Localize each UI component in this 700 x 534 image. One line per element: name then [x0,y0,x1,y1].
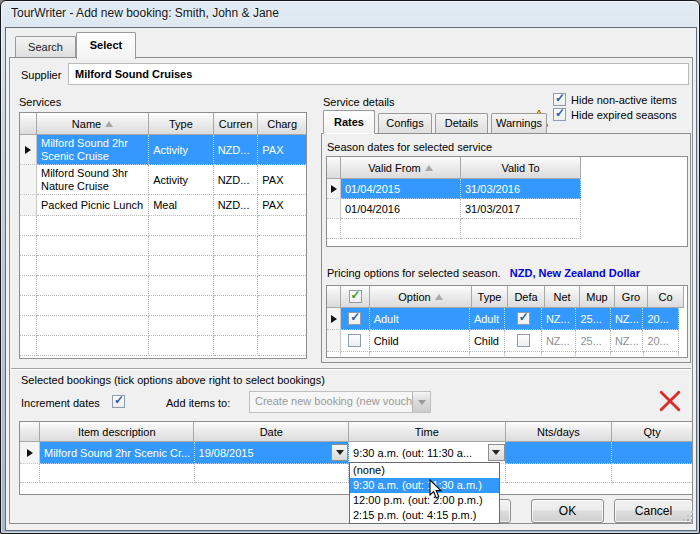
type-col-label: Type [478,291,502,303]
current-row-arrow-icon [27,449,33,457]
current-row-arrow-icon [331,185,337,193]
delete-booking-icon[interactable] [659,390,681,412]
child-select-checkbox[interactable] [348,334,361,347]
date-col-label: Date [260,426,283,438]
adult-select-checkbox[interactable] [348,312,361,325]
mup-cell: 25... [576,308,611,330]
ok-button[interactable]: OK [531,499,604,523]
time-option-930[interactable]: 9:30 a.m. (out: 11:30 a.m.) [350,478,499,493]
tab-search[interactable]: Search [15,36,76,58]
hide-non-active-checkbox[interactable] [553,93,566,106]
mup-col-label: Mup [586,291,607,303]
season-row-2015[interactable]: 01/04/2015 31/03/2016 [327,179,687,199]
pricing-col-default[interactable]: Defa [508,286,545,308]
empty-row [20,316,306,336]
booking-date-cell[interactable]: 19/08/2015 [195,442,350,464]
bookings-col-qty[interactable]: Qty [612,422,692,442]
empty-row [327,352,687,358]
service-type-cell: Activity [149,165,214,195]
section-divider [11,368,691,370]
valid-to-cell: 31/03/2017 [461,199,581,219]
time-option-1200[interactable]: 12:00 p.m. (out: 2:00 p.m.) [350,493,499,508]
booking-nts-cell [506,442,613,464]
time-dropdown-button[interactable] [488,444,505,461]
pricing-currency-text: NZD, New Zealand Dollar [510,267,640,279]
row-selector [327,199,341,219]
adult-default-checkbox[interactable] [517,312,530,325]
time-option-none[interactable]: (none) [350,463,499,478]
tab-warnings[interactable]: Warnings [491,113,547,134]
pricing-col-co[interactable]: Co [648,286,684,308]
row-selector [20,442,40,464]
window-title: TourWriter - Add new booking: Smith, Joh… [11,6,279,20]
service-row-picnic-lunch[interactable]: Packed Picnic Lunch Meal NZD... PAX [20,195,306,216]
valid-to-label: Valid To [501,162,539,174]
services-corner-header [20,113,37,135]
pricing-col-select-all[interactable] [341,286,370,308]
resize-grip[interactable] [683,511,695,523]
sort-asc-icon [435,294,443,300]
service-currency-cell: NZD... [214,135,259,165]
services-col-type[interactable]: Type [149,113,214,135]
services-col-name[interactable]: Name [37,113,149,135]
services-col-currency-label: Curren [219,118,253,130]
tab-details[interactable]: Details [435,113,488,134]
service-charge-cell: PAX [258,195,306,216]
booking-time-cell[interactable]: 9:30 a.m. (out: 11:30 a... [349,442,506,464]
tab-select[interactable]: Select [76,32,136,59]
pricing-row-child[interactable]: Child Child NZ... 25... NZ... 20... [327,330,687,352]
add-items-to-combobox[interactable]: Create new booking (new voucher) [249,391,431,413]
pricing-col-option[interactable]: Option [370,286,472,308]
valid-from-cell: 01/04/2015 [341,179,461,199]
combo-dropdown-button[interactable] [412,392,430,412]
pricing-corner-header [327,286,341,308]
services-col-charge[interactable]: Charg [258,113,306,135]
row-selector [327,179,341,199]
bookings-col-item[interactable]: Item description [40,422,195,442]
gro-col-label: Gro [622,291,640,303]
services-col-currency[interactable]: Curren [214,113,259,135]
pricing-row-adult[interactable]: Adult Adult NZ... 25... NZ... 20... [327,308,687,330]
row-selector [327,330,341,352]
valid-from-cell: 01/04/2016 [341,199,461,219]
hide-expired-checkbox[interactable] [553,108,566,121]
type-cell: Adult [470,308,506,330]
row-selector [20,195,37,216]
option-cell: Child [370,330,470,352]
service-row-scenic-cruise[interactable]: Milford Sound 2hr Scenic Cruise Activity… [20,135,306,165]
time-option-215[interactable]: 2:15 p.m. (out: 4:15 p.m.) [350,508,499,523]
season-dates-grid: Valid From Valid To 01/04/2015 31/03/201… [326,156,688,247]
service-row-nature-cruise[interactable]: Milford Sound 3hr Nature Cruise Activity… [20,165,306,195]
hide-non-active-label: Hide non-active items [571,94,677,106]
net-cell: NZ... [542,308,577,330]
current-row-arrow-icon [331,315,337,323]
add-items-to-label: Add items to: [166,397,230,409]
booking-item-cell: Milford Sound 2hr Scenic Cr... [40,442,195,464]
nts-days-col-label: Nts/days [537,426,580,438]
season-row-2016[interactable]: 01/04/2016 31/03/2017 [327,199,687,219]
cancel-button[interactable]: Cancel [614,499,693,523]
services-grid: Name Type Curren Charg Milford Sound 2hr… [19,112,307,359]
pricing-col-mup[interactable]: Mup [580,286,615,308]
season-col-valid-to[interactable]: Valid To [461,157,581,179]
pricing-col-gro[interactable]: Gro [615,286,648,308]
bookings-col-date[interactable]: Date [194,422,349,442]
increment-dates-checkbox[interactable] [112,395,125,408]
booking-row[interactable]: Milford Sound 2hr Scenic Cr... 19/08/201… [20,442,692,464]
time-col-label: Time [415,426,439,438]
tab-configs[interactable]: Configs [378,113,432,134]
date-dropdown-button[interactable] [331,444,348,461]
valid-to-cell: 31/03/2016 [461,179,581,199]
bookings-col-nts[interactable]: Nts/days [506,422,613,442]
pricing-col-net[interactable]: Net [545,286,580,308]
service-currency-cell: NZD... [214,195,259,216]
net-col-label: Net [553,291,570,303]
bookings-col-time[interactable]: Time [349,422,506,442]
season-col-valid-from[interactable]: Valid From [341,157,461,179]
service-charge-cell: PAX [258,135,306,165]
item-description-col-label: Item description [78,426,156,438]
tab-rates-overlay[interactable]: Rates [323,110,375,134]
empty-row [20,256,306,276]
pricing-col-type[interactable]: Type [472,286,508,308]
child-default-checkbox[interactable] [517,334,530,347]
